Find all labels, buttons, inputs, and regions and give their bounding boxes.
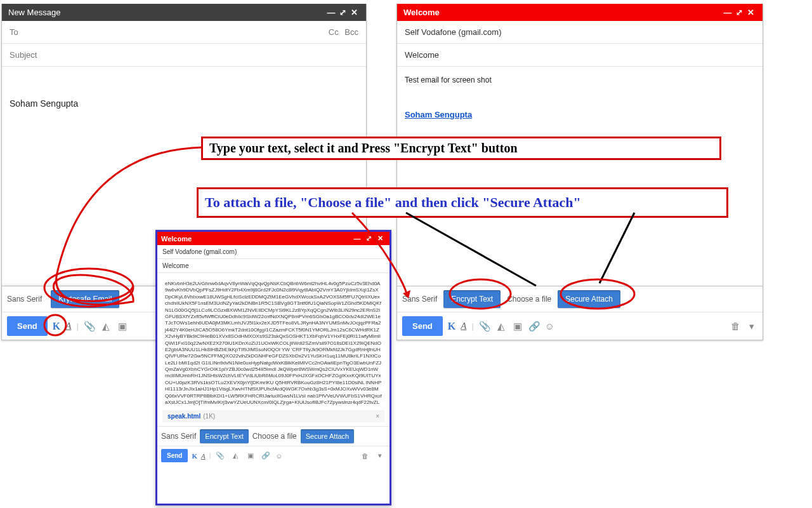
subject-value: Welcome [405, 50, 439, 60]
message-body[interactable]: eNKvbnH3e2UvGhnw6dAqvV8ynWaVqQqvQpNsKCbQ… [157, 273, 390, 406]
drive-icon[interactable]: ◭ [100, 321, 112, 332]
window-title: Welcome [403, 8, 440, 17]
format-icon[interactable]: A [461, 321, 466, 331]
cipher-text: eNKvbnH3e2UvGhnw6dAqvV8ynWaVqQqvQpNsKCbQ… [165, 281, 382, 406]
to-row[interactable]: Self Vodafone (gmail.com) [397, 21, 763, 44]
send-button[interactable]: Send [161, 449, 188, 462]
drive-icon[interactable]: ◭ [495, 321, 507, 332]
titlebar-newmsg[interactable]: New Message — ⤢ ✕ [2, 4, 366, 21]
annotation-text: Type your text, select it and Press "Enc… [209, 141, 518, 155]
annotation-text: To attach a file, "Choose a file" and th… [205, 194, 581, 210]
send-toolbar: Send K A | 📎 ◭ ▣ 🔗 ☺ 🗑 ▾ [397, 312, 763, 340]
maximize-icon[interactable]: ⤢ [337, 8, 348, 17]
bcc-link[interactable]: Bcc [344, 27, 358, 37]
attachment-name: speak.html [167, 413, 200, 420]
encrypt-text-button[interactable]: Encrypt Text [200, 429, 248, 443]
font-select[interactable]: Sans Serif [7, 295, 42, 304]
body-text: Test email for screen shot [405, 74, 755, 86]
secure-attach-button[interactable]: Secure Attach [301, 429, 355, 443]
signature-link: Soham Sengupta [405, 110, 472, 119]
font-select[interactable]: Sans Serif [402, 295, 437, 304]
send-button[interactable]: Send [7, 316, 48, 336]
emoji-icon[interactable]: ☺ [545, 321, 554, 331]
cc-link[interactable]: Cc [329, 27, 339, 37]
link-icon[interactable]: 🔗 [260, 451, 272, 460]
format-icon[interactable]: A [65, 321, 71, 331]
send-toolbar: Send K A | 📎 ◭ ▣ 🔗 ☺ 🗑 ▾ [157, 446, 390, 465]
choose-file-link[interactable]: Choose a file [252, 432, 297, 441]
kryto-icon[interactable]: K [448, 321, 455, 332]
trash-icon[interactable]: 🗑 [730, 321, 741, 331]
subject-row[interactable]: Welcome [397, 44, 763, 67]
to-row[interactable]: To Cc Bcc [2, 21, 366, 44]
close-icon[interactable]: ✕ [745, 8, 756, 17]
attachment-size: (1K) [203, 413, 215, 420]
photo-icon[interactable]: ▣ [512, 321, 523, 332]
to-value: Self Vodafone (gmail.com) [405, 27, 501, 37]
minimize-icon[interactable]: — [325, 8, 337, 17]
maximize-icon[interactable]: ⤢ [363, 234, 374, 243]
kryto-toolbar: Sans Serif Encrypt Text Choose a file Se… [157, 426, 390, 446]
more-icon[interactable]: ▾ [746, 321, 757, 332]
remove-attachment-icon[interactable]: × [376, 413, 379, 420]
emoji-icon[interactable]: ☺ [275, 452, 282, 460]
link-icon[interactable]: 🔗 [528, 321, 540, 332]
font-select[interactable]: Sans Serif [161, 432, 196, 441]
kryto-icon[interactable]: K [53, 321, 60, 332]
subject-value: Welcome [162, 262, 189, 269]
encrypt-text-button[interactable]: Encrypt Text [443, 290, 501, 308]
compose-welcome: Welcome — ⤢ ✕ Self Vodafone (gmail.com) … [396, 4, 763, 340]
message-body[interactable]: Test email for screen shot Soham Sengupt… [397, 67, 763, 286]
krytosafe-email-button[interactable]: Krytosafe Email [51, 290, 119, 308]
minimize-icon[interactable]: — [351, 235, 363, 243]
maximize-icon[interactable]: ⤢ [733, 8, 745, 17]
to-row[interactable]: Self Vodafone (gmail.com) [157, 245, 390, 259]
subject-row[interactable]: Subject [2, 44, 366, 67]
titlebar-welcome[interactable]: Welcome — ⤢ ✕ [397, 4, 763, 21]
close-icon[interactable]: ✕ [348, 8, 360, 17]
annotation-attach: To attach a file, "Choose a file" and th… [197, 187, 728, 218]
window-title: New Message [8, 8, 60, 17]
titlebar-thumb[interactable]: Welcome — ⤢ ✕ [157, 232, 390, 245]
trash-icon[interactable]: 🗑 [359, 452, 370, 460]
attachment-chip[interactable]: speak.html (1K) × [162, 410, 384, 422]
secure-attach-button[interactable]: Secure Attach [558, 290, 620, 308]
choose-file-link[interactable]: Choose a file [507, 295, 551, 304]
attach-icon[interactable]: 📎 [84, 321, 95, 332]
to-label: To [10, 27, 18, 37]
window-title: Welcome [161, 235, 192, 243]
photo-icon[interactable]: ▣ [117, 321, 128, 332]
more-icon[interactable]: ▾ [374, 451, 386, 460]
attach-icon[interactable]: 📎 [214, 451, 226, 460]
compose-thumb: Welcome — ⤢ ✕ Self Vodafone (gmail.com) … [155, 230, 391, 505]
send-button[interactable]: Send [402, 316, 443, 336]
format-icon[interactable]: A [201, 452, 206, 460]
to-value: Self Vodafone (gmail.com) [162, 248, 237, 255]
kryto-icon[interactable]: K [192, 452, 197, 460]
close-icon[interactable]: ✕ [374, 234, 386, 243]
signature-text: Soham Sengupta [10, 97, 358, 110]
subject-row[interactable]: Welcome [157, 259, 390, 273]
photo-icon[interactable]: ▣ [245, 451, 256, 460]
subject-label: Subject [10, 50, 37, 60]
kryto-toolbar: Sans Serif Encrypt Text Choose a file Se… [397, 286, 763, 312]
annotation-encrypt: Type your text, select it and Press "Enc… [201, 137, 721, 160]
drive-icon[interactable]: ◭ [230, 451, 241, 460]
minimize-icon[interactable]: — [722, 8, 733, 17]
attach-icon[interactable]: 📎 [479, 321, 490, 332]
